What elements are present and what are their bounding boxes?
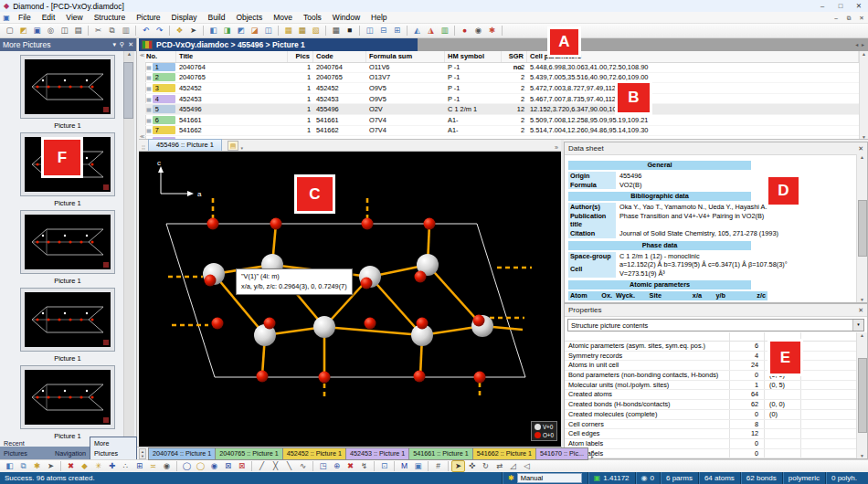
scroll-up-icon[interactable]: ▲ <box>860 332 864 338</box>
tab-spin-control[interactable]: ▲▼ <box>139 448 146 459</box>
pic3-icon[interactable]: ◩ <box>234 25 248 37</box>
properties-selector[interactable]: Structure picture contents ▾ <box>567 319 864 331</box>
property-row[interactable]: Molecular units (mol./polym. sites)1(0, … <box>565 381 856 391</box>
child-close-icon[interactable]: ✕ <box>855 12 868 24</box>
menu-picture[interactable]: Picture <box>131 12 165 24</box>
col-title[interactable]: Title <box>176 51 288 62</box>
tilt-icon[interactable]: ◁ <box>520 460 534 472</box>
paste-icon[interactable]: ▥ <box>119 25 132 37</box>
table-row[interactable]: ▦54554961455496O2VC 1 2/m 11212.152,3.72… <box>145 104 859 115</box>
tbl-open-icon[interactable]: ▦ <box>295 25 309 37</box>
mode-field[interactable]: Manual <box>517 473 582 483</box>
move-icon[interactable]: ✜ <box>465 460 479 472</box>
picture-tab[interactable]: 452453 :: Picture 1 <box>346 447 409 460</box>
table-scrollbar[interactable]: ▲ ▼ <box>859 51 868 140</box>
circ2-icon[interactable]: ◯ <box>194 460 207 472</box>
scroll-down-icon[interactable]: ▼ <box>860 297 864 302</box>
menu-edit[interactable]: Edit <box>37 12 61 24</box>
col-sgr[interactable]: SGR no. <box>502 51 527 62</box>
chart1-icon[interactable]: ◭ <box>410 25 424 37</box>
picture-tab[interactable]: 541661 :: Picture 1 <box>409 447 472 460</box>
gutter-top-icon[interactable]: ≪ <box>140 52 144 58</box>
property-row[interactable]: Cell corners8 <box>565 420 856 430</box>
menu-move[interactable]: Move <box>268 12 298 24</box>
menu-view[interactable]: View <box>60 12 88 24</box>
sphere-dd-icon[interactable]: ◉ <box>160 460 174 472</box>
translate-icon[interactable]: ⇄ <box>492 460 506 472</box>
property-row[interactable]: Atom labels0 <box>565 439 856 449</box>
pic6-icon[interactable]: ▣ <box>411 460 425 472</box>
data-sheet-scrollbar[interactable]: ▲ ▼ <box>856 154 867 302</box>
dock-tab-recent-pictures[interactable]: Recent Pictures <box>0 437 51 459</box>
sel-icon[interactable]: ➤ <box>451 460 465 472</box>
thumbnail-picture[interactable] <box>20 55 115 119</box>
open-icon[interactable]: ◩ <box>16 25 30 37</box>
close-icon[interactable]: ✕ <box>858 145 863 153</box>
menu-structure[interactable]: Structure <box>89 12 132 24</box>
scroll-up-icon[interactable]: ▲ <box>862 51 866 57</box>
child-restore-icon[interactable]: ⧉ <box>842 12 855 24</box>
circ1-icon[interactable]: ◯ <box>180 460 194 472</box>
structure-3d-view[interactable]: c a "V(1)" (4i: m) x/a, y/b, z/c: 0.2964… <box>139 152 562 447</box>
panel-close-icon[interactable]: ✕ <box>128 41 133 48</box>
picture-tab[interactable]: 452452 :: Picture 1 <box>283 447 346 460</box>
table-row[interactable]: ▦2204076512040765O13V7P -125.439,7.005,3… <box>145 73 859 84</box>
thumbnail-picture[interactable] <box>20 288 115 352</box>
pic-copy-icon[interactable]: ⧉ <box>16 460 30 472</box>
preview-icon[interactable]: ◫ <box>58 25 71 37</box>
tab-nav-icons[interactable]: ◂ ▸ <box>591 448 596 459</box>
tab-455496-picture-1[interactable]: 455496 :: Picture 1 <box>148 139 222 151</box>
property-row[interactable]: Bond parameters (non-bonding contacts, H… <box>565 371 856 381</box>
col-pics[interactable]: Pics <box>288 51 313 62</box>
menu-build[interactable]: Build <box>202 12 230 24</box>
pic4-icon[interactable]: ◪ <box>248 25 261 37</box>
dock-tab-more-pictures[interactable]: More Pictures <box>90 437 137 459</box>
picture-tab[interactable]: 541662 :: Picture 1 <box>473 447 536 460</box>
tab-scroll-icons[interactable]: ◂ ▸ <box>855 41 865 47</box>
lattice-icon[interactable]: ⊞ <box>132 460 146 472</box>
menu-display[interactable]: Display <box>166 12 203 24</box>
data-sheet-title-bar[interactable]: Data sheet ✕ <box>565 142 867 155</box>
picture-tab[interactable]: 541670 :: Pic... <box>536 447 588 460</box>
tab-grip[interactable]: ⁞⁞ <box>139 144 148 151</box>
col-formula[interactable]: Formula sum <box>366 51 445 62</box>
find-icon[interactable]: ◎ <box>44 25 58 37</box>
new-icon[interactable]: ▢ <box>3 25 16 37</box>
chart2-icon[interactable]: ◮ <box>424 25 438 37</box>
pic5-icon[interactable]: ◫ <box>261 25 275 37</box>
new-picture-dropdown-icon[interactable]: ▾ <box>238 145 245 151</box>
scroll-down-icon[interactable]: ▼ <box>862 134 866 140</box>
pic-new-icon[interactable]: ◧ <box>3 460 16 472</box>
more-tabs-icon[interactable]: » <box>555 144 558 151</box>
pic2-icon[interactable]: ◨ <box>220 25 234 37</box>
grid-icon[interactable]: ▦ <box>329 25 343 37</box>
dock-tab-navigation[interactable]: Navigation <box>51 447 90 459</box>
tbl-props-icon[interactable]: ▧ <box>309 25 323 37</box>
minimize-icon[interactable]: – <box>813 0 831 12</box>
tbl-new-icon[interactable]: ▦ <box>281 25 295 37</box>
spheres-icon[interactable]: ◉ <box>207 460 221 472</box>
picture-tab[interactable]: 2040764 :: Picture 1 <box>148 447 216 460</box>
pic1-icon[interactable]: ◧ <box>206 25 220 37</box>
col-no[interactable]: No. <box>145 51 176 62</box>
win1-icon[interactable]: ◫ <box>363 25 376 37</box>
close-icon[interactable]: ✕ <box>858 307 863 314</box>
cube2-icon[interactable]: ◳ <box>316 460 330 472</box>
undo-icon[interactable]: ↶ <box>139 25 153 37</box>
atoms-icon[interactable]: ✳ <box>91 460 105 472</box>
bond1-icon[interactable]: ╱ <box>255 460 269 472</box>
property-row[interactable]: Created molecules (complete)0(0) <box>565 410 856 420</box>
scrollbar-thumb[interactable] <box>858 358 867 433</box>
table-row[interactable]: ▦65416611541661O7V4A1-25.509,7.008,12.25… <box>145 115 859 126</box>
menu-window[interactable]: Window <box>327 12 365 24</box>
scroll-down-icon[interactable]: ▼ <box>860 453 864 458</box>
property-row[interactable]: Symmetry records4 <box>565 352 856 362</box>
gutter-bottom-icon[interactable]: ≪ <box>140 133 144 139</box>
resize-icon[interactable]: ◿ <box>506 460 520 472</box>
child-minimize-icon[interactable]: – <box>830 12 842 24</box>
mol-icon[interactable]: ∴ <box>119 460 132 472</box>
sphere-icon[interactable]: ● <box>458 25 471 37</box>
pin-icon[interactable]: ⚲ <box>120 41 124 48</box>
scroll-up-icon[interactable]: ▲ <box>860 154 864 160</box>
menu-tools[interactable]: Tools <box>298 12 327 24</box>
